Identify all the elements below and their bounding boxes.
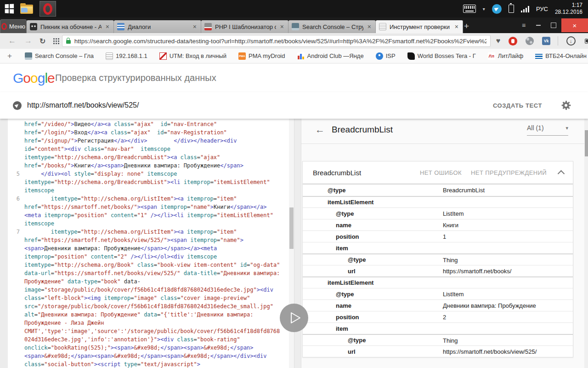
bookmark-item[interactable]: ВТБ24-Онлайн — [535, 52, 587, 60]
google-logo[interactable]: Google — [13, 70, 55, 86]
table-row: urlhttps://smartoff.net/books/view/525/ — [303, 345, 573, 357]
tab-title: Инструмент проверки стр — [390, 23, 451, 30]
source-code-view[interactable]: href="/video/">Видео</a><a class="ajax" … — [8, 120, 289, 368]
window-controls: ≡ × — [516, 17, 588, 33]
browser-tab[interactable]: Диалоги× — [114, 20, 201, 33]
table-row: urlhttps://smartoff.net/books/ — [303, 265, 573, 276]
pma-favicon-icon: PMA — [238, 52, 246, 60]
table-row: @typeBreadcrumbList — [303, 184, 573, 196]
clock[interactable]: 1:17 28.12.2016 — [555, 2, 582, 16]
language-indicator[interactable]: РУС — [536, 6, 548, 12]
file-explorer-icon[interactable] — [20, 4, 33, 14]
code-left-strip — [0, 119, 8, 368]
code-scrollbar-thumb[interactable] — [289, 207, 294, 249]
vk-extension-icon[interactable]: Vk — [542, 37, 550, 45]
code-line: href="https://smartoff.net/books/"><span… — [8, 203, 289, 211]
code-line: image="storage/public/book/cover/f56b61c… — [8, 286, 289, 294]
minimize-icon[interactable] — [536, 25, 541, 26]
secure-lock-icon[interactable] — [66, 40, 71, 44]
tab-close-icon[interactable]: × — [105, 23, 110, 30]
panel-scrollbar-thumb[interactable] — [585, 130, 588, 156]
filter-dropdown[interactable]: All (1) ▾ — [527, 124, 568, 136]
bookmark-item[interactable]: Android Club —Янде — [297, 52, 364, 60]
bookmark-item[interactable]: PMAPMA myDroid — [238, 52, 285, 60]
gear-icon[interactable] — [561, 101, 571, 110]
browser-tab[interactable]: PHP І Шаблонизатор сво× — [201, 20, 288, 33]
telegram-tray-icon[interactable] — [492, 4, 502, 14]
table-row: @typeListItem — [303, 288, 573, 299]
code-line: href="https://smartoff.net/books/view/52… — [8, 236, 289, 244]
code-line: Пробуждение" data-type="book" data- — [8, 277, 289, 286]
opera-menu-button[interactable]: Меню — [0, 19, 27, 33]
battery-saver-icon[interactable] — [585, 39, 588, 44]
card-title: BreadcrumbList — [313, 169, 361, 177]
code-line: href="/video/">Видео</a><a class="ajax" … — [8, 120, 289, 128]
property-key: position — [336, 233, 359, 240]
battery-tray-icon[interactable] — [509, 5, 514, 13]
tab-close-icon[interactable]: × — [367, 23, 372, 30]
tab-close-icon[interactable]: × — [454, 23, 459, 30]
proxy-extension-icon[interactable] — [526, 37, 534, 45]
code-line: 5 </div><ol style="display: none" itemsc… — [8, 170, 289, 178]
property-key: url — [348, 348, 356, 355]
bookmark-item[interactable]: 192.168.1.1 — [106, 52, 147, 60]
url-field[interactable]: https://search.google.com/structured-dat… — [62, 35, 491, 47]
table-row: @typeThing — [303, 253, 573, 265]
chevron-up-icon[interactable] — [558, 170, 565, 177]
property-key: item — [336, 245, 348, 252]
code-line: Пробуждение - Лиза Джейн — [8, 319, 289, 327]
start-button-icon[interactable] — [5, 4, 14, 13]
network-signal-icon[interactable] — [521, 6, 529, 12]
bookmark-item[interactable]: Search Console – Гла — [25, 52, 94, 60]
code-line: id="content"><div class="nav-bar" itemsc… — [8, 145, 289, 153]
browser-tab[interactable]: Search Console – Структур× — [288, 20, 376, 33]
address-bar: ← → ↻ https://search.google.com/structur… — [0, 33, 588, 49]
bookmark-label: ISP — [386, 52, 396, 59]
property-value: 2 — [443, 311, 446, 323]
tera-favicon-icon — [407, 52, 415, 60]
forward-icon[interactable]: → — [24, 36, 32, 46]
reload-icon[interactable]: ↻ — [40, 37, 45, 46]
robot-favicon-icon — [30, 23, 37, 30]
add-bookmark-button[interactable]: + — [7, 52, 12, 61]
result-card-header[interactable]: BreadcrumbList НЕТ ОШИБОК НЕТ ПРЕДУПРЕЖД… — [303, 161, 573, 184]
property-key: position — [336, 314, 359, 321]
run-test-button[interactable] — [280, 304, 308, 332]
new-tab-button[interactable]: + — [464, 21, 469, 31]
bookmark-heart-icon[interactable]: ♥ — [496, 37, 501, 45]
tab-close-icon[interactable]: × — [192, 23, 198, 30]
touch-keyboard-icon[interactable] — [463, 5, 476, 13]
code-line: class="social-button"><script type="text… — [8, 360, 289, 368]
url-text[interactable]: https://search.google.com/structured-dat… — [74, 38, 486, 45]
property-key: @type — [328, 187, 345, 194]
back-arrow-icon[interactable]: ← — [315, 124, 325, 135]
bookmark-item[interactable]: ЛлЛитЛайф — [488, 52, 523, 60]
opera-taskbar-button[interactable] — [40, 1, 56, 17]
panel-scrollbar[interactable] — [584, 119, 588, 368]
tested-url[interactable]: http://smartoff.net/books/view/525/ — [27, 101, 139, 109]
tab-title: Пикник на обочине - Арк — [40, 23, 102, 30]
speed-dial-icon[interactable] — [53, 38, 55, 44]
tab-menu-icon[interactable]: ≡ — [516, 22, 531, 29]
maximize-icon[interactable] — [551, 23, 556, 28]
bookmark-item[interactable]: World Bosses Tera - Г — [407, 52, 476, 60]
downloads-icon[interactable]: ↓ — [566, 36, 576, 46]
bookmark-item[interactable]: UTM: Вход в личный — [159, 52, 226, 60]
close-window-button[interactable]: × — [561, 18, 588, 32]
main-content: href="/video/">Видео</a><a class="ajax" … — [0, 119, 588, 368]
code-line: onclick="bookRating(525);"><span>&#xe98d… — [8, 344, 289, 352]
code-line: href="/signup/">Регистрация</a></div> </… — [8, 137, 289, 145]
filter-label: All (1) — [527, 124, 544, 132]
browser-tab[interactable]: Инструмент проверки стр× — [376, 20, 463, 33]
back-icon[interactable]: ← — [8, 36, 16, 46]
adblock-extension-icon[interactable] — [509, 37, 517, 46]
bookmark-item[interactable]: ISP — [376, 52, 396, 60]
table-row: item — [303, 322, 573, 334]
property-value: https://smartoff.net/books/view/525/ — [443, 346, 537, 357]
play-icon — [280, 304, 308, 332]
results-panel: ← BreadcrumbList All (1) ▾ BreadcrumbLis… — [301, 119, 584, 368]
tray-expand-icon[interactable]: ▾ — [483, 6, 485, 12]
tab-close-icon[interactable]: × — [279, 23, 285, 30]
create-test-button[interactable]: СОЗДАТЬ ТЕСТ — [493, 102, 542, 109]
browser-tab[interactable]: Пикник на обочине - Арк× — [27, 20, 114, 33]
